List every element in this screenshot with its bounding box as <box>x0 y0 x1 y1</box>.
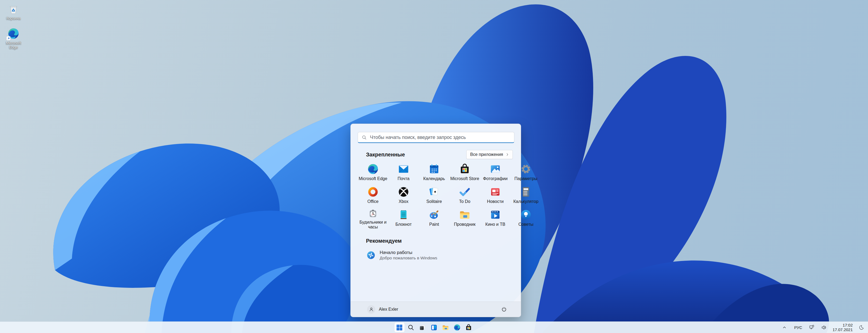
windows-logo-icon <box>396 324 403 331</box>
search-input[interactable] <box>370 135 514 140</box>
calculator-icon <box>520 186 532 198</box>
desktop-icon-label: Корзина <box>6 16 21 21</box>
task-view-button[interactable] <box>417 323 428 332</box>
alarm-clock-icon <box>367 209 379 219</box>
pinned-app-solitaire[interactable]: Solitaire <box>419 184 450 207</box>
xbox-icon <box>398 186 409 198</box>
clock[interactable]: 17:02 17.07.2021 <box>832 322 853 332</box>
shortcut-arrow-icon <box>6 36 10 40</box>
notepad-icon <box>398 209 409 221</box>
pinned-app-xbox[interactable]: Xbox <box>388 184 419 207</box>
pinned-app-movies-tv[interactable]: Кино и ТВ <box>480 207 510 229</box>
tray-time: 17:02 <box>833 323 853 327</box>
recommended-item-text: Начало работы Добро пожаловать в Windows <box>380 250 437 260</box>
edge-button[interactable] <box>452 323 462 332</box>
task-view-icon <box>419 324 426 331</box>
edge-icon <box>454 324 461 331</box>
volume-icon <box>821 325 827 330</box>
recommended-section-header: Рекомендуем <box>366 238 402 244</box>
user-avatar-icon <box>367 305 375 314</box>
taskbar-center-buttons <box>395 322 474 333</box>
all-apps-label: Все приложения <box>470 152 503 157</box>
search-box[interactable] <box>358 132 514 143</box>
pinned-app-calendar[interactable]: Календарь <box>419 161 450 184</box>
pinned-app-alarms[interactable]: Будильники и часы <box>358 207 388 229</box>
pinned-app-settings[interactable]: Параметры <box>510 161 541 184</box>
pinned-app-store[interactable]: Microsoft Store <box>450 161 480 184</box>
desktop-icon-microsoft-edge[interactable]: Microsoft Edge <box>2 27 25 50</box>
pinned-app-file-explorer[interactable]: Проводник <box>450 207 480 229</box>
power-button[interactable] <box>498 304 509 315</box>
pinned-app-photos[interactable]: Фотографии <box>480 161 510 184</box>
start-menu: Закрепленные Все приложения Microsoft Ed… <box>350 123 521 317</box>
volume-button[interactable] <box>820 323 828 332</box>
network-icon <box>809 325 815 330</box>
pinned-title: Закрепленные <box>366 151 405 158</box>
widgets-icon <box>430 324 438 331</box>
taskbar: РУС 17:02 17.07.2021 <box>0 322 868 333</box>
pinned-app-paint[interactable]: Paint <box>419 207 450 229</box>
calendar-icon <box>428 163 440 175</box>
store-button[interactable] <box>464 323 474 332</box>
pinned-app-calculator[interactable]: Калькулятор <box>510 184 541 207</box>
get-started-icon <box>366 250 376 260</box>
edge-icon <box>7 27 20 40</box>
pinned-app-mail[interactable]: Почта <box>388 161 419 184</box>
pinned-app-todo[interactable]: To Do <box>450 184 480 207</box>
pinned-app-notepad[interactable]: Блокнот <box>388 207 419 229</box>
user-profile-button[interactable]: Alex Exler <box>366 304 401 315</box>
store-icon <box>465 324 472 331</box>
recycle-bin-icon <box>8 4 19 15</box>
chevron-up-icon <box>782 325 787 330</box>
chevron-right-icon <box>506 153 509 156</box>
start-button[interactable] <box>395 323 405 332</box>
notification-center-button[interactable] <box>857 323 865 332</box>
todo-check-icon <box>459 186 471 198</box>
pinned-app-news[interactable]: Новости <box>480 184 510 207</box>
search-icon <box>362 135 367 140</box>
desktop-icon-label: Microsoft Edge <box>2 41 25 50</box>
language-indicator[interactable]: РУС <box>793 324 804 331</box>
start-menu-footer: Alex Exler <box>351 302 521 317</box>
power-icon <box>501 306 507 312</box>
user-name: Alex Exler <box>379 307 398 312</box>
paint-palette-icon <box>428 209 440 221</box>
network-button[interactable] <box>808 323 816 332</box>
pinned-app-office[interactable]: Office <box>358 184 388 207</box>
file-explorer-button[interactable] <box>441 323 451 332</box>
hidden-icons-button[interactable] <box>780 323 788 332</box>
lightbulb-icon <box>520 209 532 221</box>
folder-icon <box>459 209 471 221</box>
widgets-button[interactable] <box>429 323 439 332</box>
recommended-item-title: Начало работы <box>380 250 437 255</box>
pinned-app-grid: Microsoft Edge Почта Календарь Microsoft… <box>358 161 514 229</box>
tray-date: 17.07.2021 <box>833 327 853 332</box>
all-apps-button[interactable]: Все приложения <box>466 150 513 159</box>
folder-icon <box>442 324 449 331</box>
mail-icon <box>398 163 409 175</box>
search-icon <box>407 324 414 331</box>
office-icon <box>367 186 379 198</box>
taskbar-search-button[interactable] <box>406 323 416 332</box>
photos-icon <box>489 163 501 175</box>
pinned-section-header: Закрепленные Все приложения <box>366 150 513 159</box>
pinned-app-edge[interactable]: Microsoft Edge <box>358 161 388 184</box>
pinned-app-tips[interactable]: Советы <box>510 207 541 229</box>
news-icon <box>489 186 501 198</box>
solitaire-icon <box>428 186 440 198</box>
store-icon <box>459 163 471 175</box>
movies-tv-icon <box>489 209 501 221</box>
edge-icon <box>367 163 379 175</box>
gear-icon <box>520 163 532 175</box>
system-tray: РУС 17:02 17.07.2021 <box>780 322 865 333</box>
recommended-title: Рекомендуем <box>366 238 402 244</box>
focus-assist-moon-icon <box>859 325 864 330</box>
desktop-icon-recycle-bin[interactable]: Корзина <box>2 4 25 21</box>
recommended-item-get-started[interactable]: Начало работы Добро пожаловать в Windows <box>364 248 503 262</box>
recommended-item-subtitle: Добро пожаловать в Windows <box>380 255 437 260</box>
